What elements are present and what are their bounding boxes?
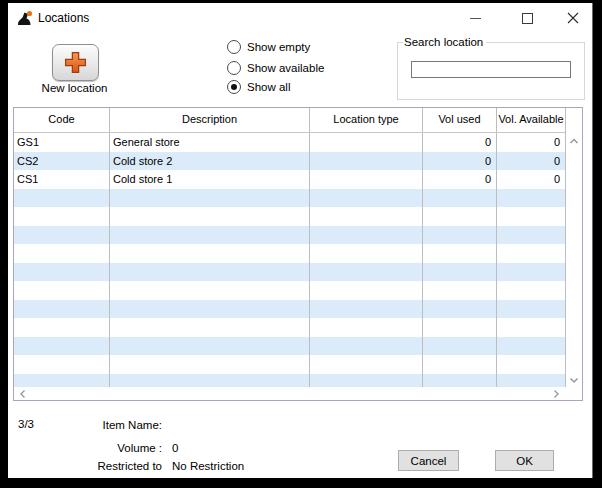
column-header-description[interactable]: Description <box>110 108 310 132</box>
cell-code <box>14 318 110 337</box>
vertical-scrollbar[interactable] <box>566 133 582 387</box>
row-count: 3/3 <box>18 418 34 430</box>
volume-value: 0 <box>172 442 178 454</box>
cell-location-type <box>310 318 423 337</box>
volume-label: Volume : <box>42 442 162 454</box>
cell-vol-available <box>497 263 565 282</box>
scroll-up-icon[interactable] <box>569 137 579 145</box>
cell-vol-used: 0 <box>423 133 497 152</box>
table-row-empty[interactable] <box>14 374 565 388</box>
radio-label: Show available <box>247 62 324 74</box>
scrollbar-corner <box>566 387 582 400</box>
minimize-button[interactable] <box>458 3 492 33</box>
new-location-button[interactable] <box>52 44 99 81</box>
cell-vol-available: 0 <box>497 133 565 152</box>
radio-show-available[interactable]: Show available <box>227 61 324 75</box>
radio-circle-icon <box>227 61 241 75</box>
cell-vol-used <box>423 355 497 374</box>
table-row-empty[interactable] <box>14 263 565 282</box>
table-body: GS1General store00CS2Cold store 200CS1Co… <box>14 133 565 387</box>
cell-vol-used: 0 <box>423 152 497 171</box>
cell-vol-used <box>423 189 497 208</box>
radio-show-all[interactable]: Show all <box>227 80 290 94</box>
cell-code <box>14 263 110 282</box>
cell-vol-available <box>497 300 565 319</box>
maximize-button[interactable] <box>510 3 544 33</box>
cell-vol-used <box>423 244 497 263</box>
plus-icon <box>63 50 88 75</box>
search-location-input[interactable] <box>411 61 571 78</box>
table-row-empty[interactable] <box>14 189 565 208</box>
cell-description <box>110 244 310 263</box>
table-row-empty[interactable] <box>14 207 565 226</box>
cell-vol-used <box>423 374 497 388</box>
cell-location-type <box>310 355 423 374</box>
cell-location-type <box>310 170 423 189</box>
cell-vol-used: 0 <box>423 170 497 189</box>
radio-label: Show empty <box>247 41 310 53</box>
table-row-empty[interactable] <box>14 355 565 374</box>
new-location-label: New location <box>14 82 135 94</box>
column-header-vol-available[interactable]: Vol. Available <box>497 108 565 132</box>
cell-code <box>14 244 110 263</box>
cell-description <box>110 355 310 374</box>
table-header-row: CodeDescriptionLocation typeVol usedVol.… <box>14 108 565 133</box>
table-row-cs2[interactable]: CS2Cold store 200 <box>14 152 565 171</box>
scroll-left-icon[interactable] <box>19 389 26 399</box>
table-row-gs1[interactable]: GS1General store00 <box>14 133 565 152</box>
radio-show-empty[interactable]: Show empty <box>227 40 310 54</box>
table-row-empty[interactable] <box>14 244 565 263</box>
cell-location-type <box>310 263 423 282</box>
cell-vol-used <box>423 263 497 282</box>
radio-label: Show all <box>247 81 290 93</box>
cell-location-type <box>310 189 423 208</box>
radio-dot-icon <box>231 84 237 90</box>
table-row-empty[interactable] <box>14 337 565 356</box>
cell-vol-available <box>497 374 565 388</box>
cell-vol-used <box>423 300 497 319</box>
table-row-empty[interactable] <box>14 300 565 319</box>
table-row-empty[interactable] <box>14 318 565 337</box>
cell-description <box>110 374 310 388</box>
cell-location-type <box>310 374 423 388</box>
cell-vol-used <box>423 226 497 245</box>
scroll-right-icon[interactable] <box>553 389 560 399</box>
cell-location-type <box>310 226 423 245</box>
cell-vol-available <box>497 244 565 263</box>
cell-location-type <box>310 281 423 300</box>
cell-location-type <box>310 133 423 152</box>
horizontal-scrollbar[interactable] <box>14 387 565 400</box>
ok-button[interactable]: OK <box>495 450 554 471</box>
cell-description <box>110 281 310 300</box>
cell-description <box>110 337 310 356</box>
search-location-group: Search location <box>397 36 585 100</box>
cell-vol-available <box>497 318 565 337</box>
close-button[interactable] <box>556 3 590 33</box>
cell-vol-available <box>497 207 565 226</box>
cell-description: General store <box>110 133 310 152</box>
cell-vol-used <box>423 318 497 337</box>
cell-vol-available <box>497 355 565 374</box>
cell-description: Cold store 1 <box>110 170 310 189</box>
cell-vol-available <box>497 281 565 300</box>
locations-table: CodeDescriptionLocation typeVol usedVol.… <box>13 107 583 401</box>
cell-location-type <box>310 207 423 226</box>
cell-location-type <box>310 244 423 263</box>
cell-vol-available: 0 <box>497 170 565 189</box>
column-header-code[interactable]: Code <box>14 108 110 132</box>
cell-code <box>14 281 110 300</box>
close-icon <box>567 12 579 24</box>
table-row-empty[interactable] <box>14 281 565 300</box>
scroll-down-icon[interactable] <box>569 376 579 384</box>
restricted-to-label: Restricted to <box>42 460 162 472</box>
column-header-vol-used[interactable]: Vol used <box>423 108 497 132</box>
locations-app-icon <box>15 9 34 28</box>
table-row-empty[interactable] <box>14 226 565 245</box>
cancel-button[interactable]: Cancel <box>398 450 459 471</box>
column-header-location-type[interactable]: Location type <box>310 108 423 132</box>
cell-code: CS1 <box>14 170 110 189</box>
locations-dialog: Locations New location Show emptyShow av… <box>8 3 593 478</box>
table-row-cs1[interactable]: CS1Cold store 100 <box>14 170 565 189</box>
cell-location-type <box>310 337 423 356</box>
cell-vol-used <box>423 337 497 356</box>
